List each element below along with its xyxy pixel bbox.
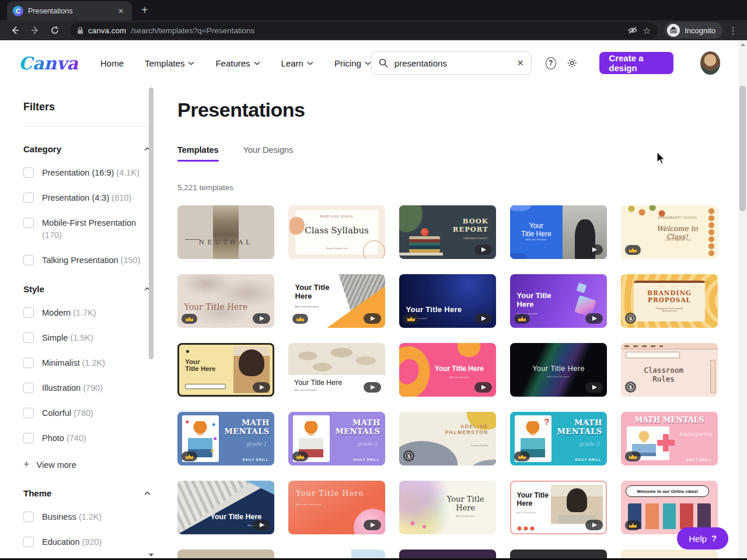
play-button[interactable] bbox=[474, 382, 492, 393]
checkbox[interactable] bbox=[23, 358, 34, 368]
play-button[interactable] bbox=[585, 520, 603, 530]
tab-your-designs[interactable]: Your Designs bbox=[243, 145, 294, 162]
canva-logo[interactable]: Canva bbox=[19, 53, 78, 74]
section-header-category[interactable]: Category bbox=[23, 144, 151, 154]
settings-gear-icon[interactable] bbox=[567, 57, 578, 69]
scrollbar-up-arrow-icon[interactable] bbox=[741, 43, 745, 46]
user-avatar[interactable] bbox=[700, 51, 720, 75]
tab-close-icon[interactable]: ✕ bbox=[116, 6, 126, 16]
canva-favicon-icon: C bbox=[13, 6, 23, 16]
template-card[interactable]: PAXET HIGH SCHOOLClass SyllabusTeacher C… bbox=[288, 205, 385, 259]
template-card[interactable]: Your Title HereAdd a short description bbox=[399, 274, 496, 328]
template-card[interactable]: Your Title HereAdd a short description bbox=[510, 274, 607, 328]
section-header-style[interactable]: Style bbox=[23, 284, 151, 294]
scrollbar-down-arrow-icon[interactable] bbox=[149, 554, 153, 556]
checkbox[interactable] bbox=[23, 433, 34, 443]
filter-option[interactable]: Presentation (16:9) (4.1K) bbox=[23, 167, 151, 179]
reload-button[interactable] bbox=[47, 22, 63, 38]
nav-item-pricing[interactable]: Pricing bbox=[334, 58, 371, 68]
play-button[interactable] bbox=[585, 244, 603, 255]
bookmark-star-icon[interactable]: ☆ bbox=[643, 25, 651, 36]
filter-option[interactable]: Photo (740) bbox=[23, 432, 151, 444]
section-header-theme[interactable]: Theme bbox=[23, 488, 151, 498]
sidebar-scrollbar[interactable] bbox=[149, 88, 153, 542]
template-card[interactable]: SHREWBERRY SCHOOLWelcome to Class!SCHOOL… bbox=[621, 205, 718, 259]
sidebar-scrollbar-thumb[interactable] bbox=[149, 88, 153, 359]
play-button[interactable] bbox=[253, 520, 270, 530]
checkbox[interactable] bbox=[23, 307, 34, 318]
eye-off-icon[interactable] bbox=[627, 26, 638, 34]
filter-option[interactable]: Presentation (4:3) (810) bbox=[23, 192, 151, 204]
play-button[interactable] bbox=[364, 520, 381, 530]
filter-option[interactable]: Modern (1.7K) bbox=[23, 307, 151, 319]
checkbox[interactable] bbox=[23, 512, 34, 522]
filter-option[interactable]: Minimalist (1.2K) bbox=[23, 357, 151, 369]
checkbox[interactable] bbox=[23, 408, 34, 418]
play-button[interactable] bbox=[585, 382, 603, 393]
nav-item-features[interactable]: Features bbox=[215, 58, 260, 68]
template-card[interactable]: Your Title HereAdd a short description bbox=[288, 481, 385, 534]
forward-button[interactable] bbox=[27, 22, 43, 38]
template-card[interactable]: MATH MENTALSgrade 1DAILY DRILL bbox=[177, 412, 274, 466]
template-card[interactable]: Your Title HereAdd a short description bbox=[510, 205, 607, 259]
filter-option[interactable]: Illustration (790) bbox=[23, 382, 151, 394]
template-card[interactable]: Your Title HereAdd a short description bbox=[399, 481, 496, 534]
template-card[interactable]: Your Title HereAdd a short description bbox=[510, 343, 607, 397]
template-card[interactable]: BRANDING PROPOSALPresented by: Eleanor F… bbox=[621, 274, 718, 328]
template-card[interactable]: NEUTRAL bbox=[177, 205, 274, 259]
url-bar[interactable]: canva.com/search/templates?q=Presentatio… bbox=[70, 22, 658, 38]
nav-item-home[interactable]: Home bbox=[100, 58, 124, 68]
nav-item-learn[interactable]: Learn bbox=[281, 58, 313, 68]
filter-option[interactable]: Mobile-First Presentation (170) bbox=[23, 217, 151, 242]
help-button[interactable]: Help? bbox=[677, 527, 728, 550]
template-card[interactable]: Your Title Here bbox=[177, 343, 274, 397]
checkbox[interactable] bbox=[23, 332, 34, 343]
template-card[interactable]: BOOK REPORTTIMMERMAN UNIVERSITY bbox=[399, 205, 496, 259]
template-card[interactable]: Your Title HereAdd a short description bbox=[288, 343, 385, 397]
filter-option[interactable]: Education (920) bbox=[23, 536, 151, 548]
template-card[interactable]: MATH MENTALSkindergartenDAILY DRILL bbox=[621, 412, 718, 466]
filter-option[interactable]: Simple (1.5K) bbox=[23, 332, 151, 344]
view-more-button[interactable]: +View more bbox=[23, 459, 151, 471]
template-card[interactable]: Your Title HereAdd a short description bbox=[510, 481, 607, 534]
play-button[interactable] bbox=[364, 382, 381, 393]
template-card[interactable]: Welcome to our Online class! bbox=[621, 481, 718, 534]
browser-menu-icon[interactable]: ⋮ bbox=[726, 25, 740, 36]
template-card[interactable]: MATH MENTALSgrade 3DAILY DRILL bbox=[510, 412, 607, 466]
play-button[interactable] bbox=[474, 313, 492, 324]
template-card[interactable]: Your Title HereAdd a short description bbox=[288, 274, 385, 328]
template-card[interactable]: Your Title HereAdd a short description bbox=[399, 343, 496, 397]
filter-option[interactable]: Business (1.2K) bbox=[23, 511, 151, 523]
template-card[interactable]: MATH MENTALSgrade 2DAILY DRILL bbox=[288, 412, 385, 466]
tab-templates[interactable]: Templates bbox=[177, 145, 219, 162]
play-button[interactable] bbox=[253, 382, 270, 393]
page-scrollbar-thumb[interactable] bbox=[739, 86, 746, 211]
create-design-button[interactable]: Create a design bbox=[599, 52, 673, 74]
new-tab-button[interactable]: + bbox=[141, 4, 148, 17]
search-clear-icon[interactable]: ✕ bbox=[517, 58, 524, 68]
checkbox[interactable] bbox=[23, 167, 34, 178]
play-button[interactable] bbox=[364, 313, 381, 324]
search-input[interactable] bbox=[393, 58, 512, 69]
play-button[interactable] bbox=[474, 244, 492, 255]
checkbox[interactable] bbox=[23, 255, 34, 265]
back-button[interactable] bbox=[7, 22, 23, 38]
template-card[interactable]: ADELINE PALMERSTONCreative Portfolio$ bbox=[399, 412, 496, 466]
browser-tab[interactable]: C Presentations ✕ bbox=[7, 1, 132, 20]
help-icon[interactable]: ? bbox=[546, 57, 556, 69]
template-card[interactable]: Classroom Rules$ bbox=[621, 343, 718, 397]
play-button[interactable] bbox=[585, 313, 603, 324]
card-subtitle: TIMMERMAN UNIVERSITY bbox=[463, 237, 488, 240]
play-button[interactable] bbox=[253, 313, 270, 324]
checkbox[interactable] bbox=[23, 537, 34, 547]
filter-option[interactable]: Colorful (780) bbox=[23, 407, 151, 419]
filter-option[interactable]: Talking Presentation (150) bbox=[23, 254, 151, 267]
template-card[interactable]: Your Title Here bbox=[177, 274, 274, 328]
template-card[interactable]: Your Title HereAdd a short description bbox=[177, 481, 274, 534]
checkbox[interactable] bbox=[23, 192, 34, 203]
checkbox[interactable] bbox=[23, 218, 34, 228]
nav-item-templates[interactable]: Templates bbox=[145, 58, 194, 68]
checkbox[interactable] bbox=[23, 383, 34, 393]
search-box[interactable]: ✕ bbox=[371, 51, 532, 75]
page-scrollbar[interactable] bbox=[738, 40, 747, 560]
